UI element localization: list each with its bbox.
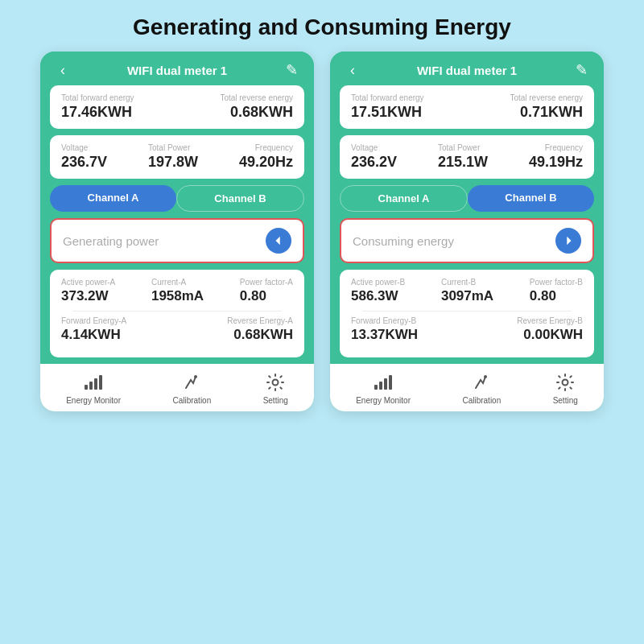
channel-data-row1-right: Active power-B 586.3W Current-B 3097mA P… bbox=[351, 278, 583, 304]
monitor-icon-right bbox=[373, 372, 394, 393]
tab-channel-a-right[interactable]: Channel A bbox=[340, 185, 468, 212]
page-title: Generating and Consuming Energy bbox=[0, 0, 644, 52]
svg-rect-9 bbox=[379, 382, 382, 390]
energy-summary-right: Total forward energy 17.51KWH Total reve… bbox=[340, 85, 594, 129]
tab-channel-a-left[interactable]: Channel A bbox=[50, 185, 176, 212]
back-icon-left[interactable]: ‹ bbox=[53, 62, 72, 79]
reverse-energy-left: Total reverse energy 0.68KWH bbox=[220, 93, 293, 121]
setting-icon-left bbox=[265, 372, 286, 393]
energy-summary-left: Total forward energy 17.46KWH Total reve… bbox=[50, 85, 304, 129]
setting-icon-right bbox=[555, 372, 576, 393]
footer-monitor-right[interactable]: Energy Monitor bbox=[356, 372, 411, 405]
footer-setting-label-left: Setting bbox=[263, 396, 288, 405]
voltage-label-right: Voltage bbox=[351, 143, 397, 152]
phone-right-title: WIFI dual meter 1 bbox=[362, 64, 572, 77]
voltage-value-left: 236.7V bbox=[61, 154, 107, 171]
forward-energy-value-left: 17.46KWH bbox=[61, 104, 134, 121]
phone-right-header: ‹ WIFI dual meter 1 ✎ bbox=[330, 52, 604, 85]
stats-row-left: Voltage 236.7V Total Power 197.8W Freque… bbox=[50, 135, 304, 179]
footer-calibration-left[interactable]: Calibration bbox=[172, 372, 211, 405]
reverse-energy-right: Total reverse energy 0.71KWH bbox=[510, 93, 583, 121]
svg-point-13 bbox=[563, 380, 568, 386]
phone-left-header: ‹ WIFI dual meter 1 ✎ bbox=[40, 52, 314, 85]
total-power-label-right: Total Power bbox=[438, 143, 488, 152]
svg-rect-4 bbox=[99, 375, 102, 390]
forward-energy-label-right: Total forward energy bbox=[351, 93, 424, 102]
channel-data-row2-right: Forward Energy-B 13.37KWH Reverse Energy… bbox=[351, 316, 583, 343]
footer-calibration-label-left: Calibration bbox=[172, 396, 211, 405]
total-power-right: Total Power 215.1W bbox=[438, 143, 488, 171]
phone-left: ‹ WIFI dual meter 1 ✎ Total forward ener… bbox=[40, 52, 314, 411]
svg-rect-8 bbox=[374, 385, 378, 390]
voltage-value-right: 236.2V bbox=[351, 154, 397, 171]
frequency-value-left: 49.20Hz bbox=[239, 154, 293, 171]
footer-setting-label-right: Setting bbox=[553, 396, 578, 405]
active-power-left: Active power-A 373.2W bbox=[61, 278, 115, 304]
footer-monitor-label-left: Energy Monitor bbox=[66, 396, 121, 405]
channel-data-row1-left: Active power-A 373.2W Current-A 1958mA P… bbox=[61, 278, 293, 304]
edit-icon-left[interactable]: ✎ bbox=[282, 61, 301, 79]
svg-marker-0 bbox=[276, 237, 280, 246]
total-power-left: Total Power 197.8W bbox=[148, 143, 198, 171]
channel-data-right: Active power-B 586.3W Current-B 3097mA P… bbox=[340, 270, 594, 357]
reverse-energy-value-left: 0.68KWH bbox=[220, 104, 293, 121]
svg-rect-11 bbox=[389, 375, 392, 390]
tab-channel-b-right[interactable]: Channel B bbox=[468, 185, 594, 212]
reverse-energy-ch-right: Reverse Energy-B 0.00KWH bbox=[517, 316, 583, 343]
direction-box-right: Consuming energy bbox=[340, 218, 594, 263]
phone-left-footer: Energy Monitor Calibration bbox=[40, 364, 314, 411]
direction-btn-right[interactable] bbox=[555, 228, 581, 254]
footer-setting-left[interactable]: Setting bbox=[263, 372, 288, 405]
voltage-right: Voltage 236.2V bbox=[351, 143, 397, 171]
reverse-energy-label-left: Total reverse energy bbox=[220, 93, 293, 102]
channel-tabs-left: Channel A Channel B bbox=[50, 185, 304, 212]
svg-rect-3 bbox=[94, 378, 97, 390]
forward-energy-left: Total forward energy 17.46KWH bbox=[61, 93, 134, 121]
footer-calibration-label-right: Calibration bbox=[462, 396, 501, 405]
channel-data-left: Active power-A 373.2W Current-A 1958mA P… bbox=[50, 270, 304, 357]
phone-left-title: WIFI dual meter 1 bbox=[72, 64, 282, 77]
forward-energy-label-left: Total forward energy bbox=[61, 93, 134, 102]
tab-channel-b-left[interactable]: Channel B bbox=[176, 185, 304, 212]
footer-monitor-label-right: Energy Monitor bbox=[356, 396, 411, 405]
power-factor-right: Power factor-B 0.80 bbox=[530, 278, 583, 304]
frequency-label-left: Frequency bbox=[239, 143, 293, 152]
direction-btn-left[interactable] bbox=[266, 228, 291, 254]
svg-rect-10 bbox=[384, 378, 387, 390]
svg-rect-1 bbox=[85, 385, 88, 390]
forward-energy-right: Total forward energy 17.51KWH bbox=[351, 93, 424, 121]
stats-row-right: Voltage 236.2V Total Power 215.1W Freque… bbox=[340, 135, 594, 179]
total-power-value-left: 197.8W bbox=[148, 154, 198, 171]
calibration-icon-right bbox=[471, 372, 492, 393]
forward-energy-value-right: 17.51KWH bbox=[351, 104, 424, 121]
direction-label-right: Consuming energy bbox=[353, 234, 454, 248]
channel-data-row2-left: Forward Energy-A 4.14KWH Reverse Energy-… bbox=[61, 316, 293, 343]
svg-rect-2 bbox=[89, 382, 93, 390]
channel-tabs-right: Channel A Channel B bbox=[340, 185, 594, 212]
svg-marker-7 bbox=[567, 237, 571, 246]
frequency-left: Frequency 49.20Hz bbox=[239, 143, 293, 171]
back-icon-right[interactable]: ‹ bbox=[343, 62, 362, 79]
total-power-value-right: 215.1W bbox=[438, 154, 488, 171]
direction-label-left: Generating power bbox=[63, 234, 159, 248]
calibration-icon-left bbox=[181, 372, 202, 393]
reverse-energy-value-right: 0.71KWH bbox=[510, 104, 583, 121]
footer-setting-right[interactable]: Setting bbox=[553, 372, 578, 405]
footer-calibration-right[interactable]: Calibration bbox=[462, 372, 501, 405]
frequency-right: Frequency 49.19Hz bbox=[529, 143, 583, 171]
reverse-energy-label-right: Total reverse energy bbox=[510, 93, 583, 102]
total-power-label-left: Total Power bbox=[148, 143, 198, 152]
forward-energy-ch-left: Forward Energy-A 4.14KWH bbox=[61, 316, 126, 343]
current-left: Current-A 1958mA bbox=[151, 278, 204, 304]
frequency-label-right: Frequency bbox=[529, 143, 583, 152]
footer-monitor-left[interactable]: Energy Monitor bbox=[66, 372, 121, 405]
monitor-icon-left bbox=[83, 372, 104, 393]
edit-icon-right[interactable]: ✎ bbox=[572, 61, 591, 79]
power-factor-left: Power factor-A 0.80 bbox=[240, 278, 293, 304]
svg-point-12 bbox=[484, 375, 487, 378]
current-right: Current-B 3097mA bbox=[441, 278, 493, 304]
svg-point-5 bbox=[194, 375, 197, 378]
reverse-energy-ch-left: Reverse Energy-A 0.68KWH bbox=[227, 316, 293, 343]
forward-energy-ch-right: Forward Energy-B 13.37KWH bbox=[351, 316, 418, 343]
svg-point-6 bbox=[273, 380, 279, 386]
